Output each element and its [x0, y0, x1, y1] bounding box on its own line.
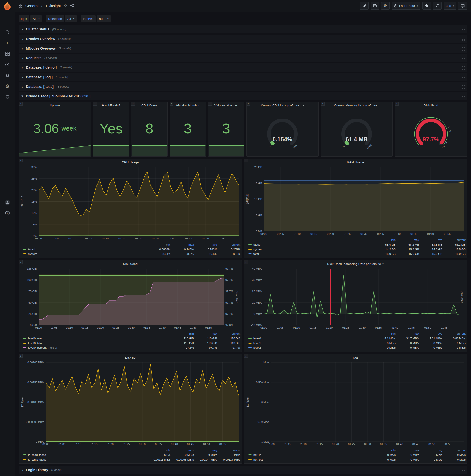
star-icon[interactable]: ☆ [64, 3, 67, 8]
legend-series-io-write-taosd[interactable]: io_write_taosd [23, 457, 147, 462]
dashboard-row-database-demo[interactable]: ›Database: [ demo ](5 panels) [19, 63, 467, 72]
panel-title[interactable]: Net [244, 354, 467, 361]
dashboard-row-database-test[interactable]: ›Database: [ test ](5 panels) [19, 83, 467, 91]
refresh-button[interactable] [433, 2, 441, 10]
legend-series-net-out[interactable]: net_out [248, 457, 373, 462]
legend-series-level0[interactable]: level0 [248, 336, 373, 340]
panel-title[interactable]: VNodes Masters [208, 102, 244, 109]
legend-column-avg[interactable]: avg [419, 448, 442, 452]
legend-series-level1[interactable]: level1 [248, 340, 373, 345]
panel-info-icon[interactable]: i [244, 159, 248, 162]
create-plus-icon[interactable]: + [0, 38, 15, 48]
legend-column-max[interactable]: max [171, 448, 194, 452]
legend-column-min[interactable]: min [147, 448, 171, 452]
panel-title[interactable]: CPU Usage [19, 159, 242, 166]
variable-value-dropdown[interactable]: All▾ [65, 16, 77, 22]
legend-column-min[interactable]: min [373, 331, 396, 336]
add-panel-button[interactable] [360, 2, 369, 10]
legend-column-current[interactable]: current [217, 448, 241, 452]
legend-series-level2[interactable]: level2 [248, 345, 373, 350]
admin-shield-icon[interactable] [0, 92, 15, 102]
variable-value-dropdown[interactable]: auto▾ [97, 16, 111, 22]
dashboard-row-mnodes-overview[interactable]: ›MNodes Overview(2 panels) [19, 44, 467, 52]
row-drag-handle[interactable] [461, 75, 465, 80]
panel-info-icon[interactable]: i [395, 102, 399, 105]
panel-title[interactable]: Has MNode? [93, 102, 129, 109]
alerting-bell-icon[interactable] [0, 71, 15, 80]
legend-column-max[interactable]: max [396, 331, 419, 336]
dashboards-icon[interactable] [0, 49, 15, 58]
legend-series-level0-used[interactable]: level0_used [23, 336, 171, 340]
refresh-interval-dropdown[interactable]: 30s ▾ [443, 2, 456, 10]
row-drag-handle[interactable] [461, 94, 465, 99]
panel-title[interactable]: Current CPU Usage of taosd▾ [247, 102, 319, 109]
legend-column-min[interactable]: min [373, 238, 396, 242]
panel-info-icon[interactable]: i [19, 159, 23, 162]
legend-series-system[interactable]: system [248, 247, 373, 252]
legend-column-min[interactable]: min [373, 448, 396, 452]
panel-info-icon[interactable]: i [132, 102, 135, 105]
user-avatar[interactable] [0, 198, 15, 207]
legend-column-current[interactable]: current [442, 448, 466, 452]
legend-column-current[interactable]: current [217, 242, 241, 247]
save-dashboard-button[interactable] [371, 2, 379, 10]
panel-info-icon[interactable]: i [93, 102, 97, 105]
legend-column-max[interactable]: max [171, 242, 194, 247]
legend-series-total[interactable]: total [248, 252, 373, 256]
panel-info-icon[interactable]: i [19, 102, 23, 105]
row-drag-handle[interactable] [461, 65, 465, 70]
search-icon[interactable] [0, 28, 15, 37]
share-icon[interactable] [70, 4, 74, 8]
panel-title[interactable]: Disk IO [19, 354, 242, 361]
dashboard-row-database-log[interactable]: ›Database: [ log ](5 panels) [19, 73, 467, 81]
dashboard-row-dnodes-overview[interactable]: ›DNodes Overview(4 panels) [19, 34, 467, 43]
row-drag-handle[interactable] [461, 56, 465, 60]
help-icon[interactable]: ? [0, 208, 15, 218]
panel-info-icon[interactable]: i [19, 260, 23, 264]
dashboard-grid-icon[interactable] [19, 4, 22, 8]
dashboard-row-login-history[interactable]: ›Login History(1 panel) [19, 466, 467, 474]
legend-column-current[interactable]: current [217, 331, 241, 336]
legend-series-taosd[interactable]: taosd [248, 242, 373, 247]
row-drag-handle[interactable] [461, 27, 465, 32]
breadcrumb-folder[interactable]: General [25, 4, 38, 8]
panel-title[interactable]: Uptime [19, 102, 91, 109]
legend-column-max[interactable]: max [396, 448, 419, 452]
panel-info-icon[interactable]: i [321, 102, 324, 105]
variable-value-dropdown[interactable]: All▾ [30, 16, 42, 22]
dashboard-settings-gear-icon[interactable]: ⚙ [381, 2, 389, 10]
row-drag-handle[interactable] [461, 46, 465, 51]
time-range-picker[interactable]: Last 1 hour ▾ [391, 2, 421, 10]
row-drag-handle[interactable] [461, 85, 465, 89]
legend-series-system[interactable]: system [23, 252, 147, 256]
legend-series-net-in[interactable]: net_in [248, 452, 373, 457]
panel-info-icon[interactable]: i [244, 354, 248, 358]
row-drag-handle[interactable] [461, 468, 465, 472]
panel-info-icon[interactable]: i [208, 102, 212, 105]
legend-column-max[interactable]: max [194, 331, 217, 336]
configuration-gear-icon[interactable]: ⚙ [0, 82, 15, 91]
legend-column-avg[interactable]: avg [194, 242, 217, 247]
legend-column-current[interactable]: current [442, 238, 466, 242]
zoom-out-button[interactable] [422, 2, 431, 10]
row-drag-handle[interactable] [461, 36, 465, 41]
legend-series-taosd[interactable]: taosd [23, 247, 147, 252]
legend-column-avg[interactable]: avg [419, 331, 442, 336]
cycle-view-mode-button[interactable] [458, 2, 467, 10]
panel-title[interactable]: Disk Used [19, 260, 242, 267]
legend-series-level0-total[interactable]: level0_total [23, 340, 171, 345]
breadcrumb-dashboard[interactable]: TDinsight [45, 4, 61, 8]
legend-column-avg[interactable]: avg [194, 448, 217, 452]
legend-column-max[interactable]: max [396, 238, 419, 242]
dashboard-row-cluster-status[interactable]: ›Cluster Status(21 panels) [19, 25, 467, 33]
explore-compass-icon[interactable] [0, 60, 15, 69]
panel-info-icon[interactable]: i [19, 354, 23, 358]
panel-info-icon[interactable]: i [244, 260, 248, 264]
legend-column-current[interactable]: current [442, 331, 466, 336]
panel-title[interactable]: VNodes Number [170, 102, 206, 109]
legend-series-level0-percent[interactable]: level0_percent(right-y) [23, 345, 171, 350]
legend-column-min[interactable]: min [171, 331, 194, 336]
panel-info-icon[interactable]: i [170, 102, 173, 105]
legend-series-io-read-taosd[interactable]: io_read_taosd [23, 452, 147, 457]
dashboard-row-requests[interactable]: ›Requests(4 panels) [19, 54, 467, 62]
